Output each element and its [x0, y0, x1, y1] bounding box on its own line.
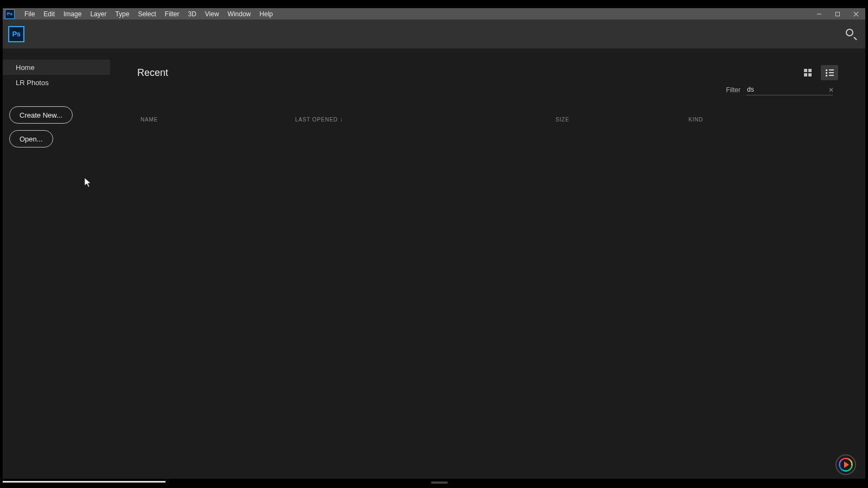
column-last-opened[interactable]: LAST OPENED ↓ [295, 117, 556, 123]
sidebar: Home LR Photos Create New... Open... [3, 49, 110, 479]
taskbar-highlight [3, 481, 165, 483]
column-name[interactable]: NAME [141, 117, 295, 123]
menu-layer[interactable]: Layer [86, 8, 111, 20]
column-size[interactable]: SIZE [556, 117, 688, 123]
menu-3d[interactable]: 3D [183, 8, 200, 20]
open-button[interactable]: Open... [9, 130, 53, 147]
play-icon [844, 461, 849, 468]
media-play-button[interactable] [835, 454, 856, 475]
search-icon[interactable] [846, 29, 857, 40]
sidebar-item-lr-photos[interactable]: LR Photos [3, 75, 110, 90]
sidebar-item-home[interactable]: Home [3, 60, 110, 75]
app-logo-icon: Ps [8, 26, 24, 42]
menu-view[interactable]: View [201, 8, 224, 20]
svg-rect-1 [836, 12, 840, 16]
main-panel: Recent Filter ✕ NAME [110, 49, 865, 479]
close-button[interactable] [847, 8, 865, 20]
filter-input[interactable] [746, 85, 833, 95]
menu-bar: Ps File Edit Image Layer Type Select Fil… [3, 8, 865, 20]
list-icon [826, 69, 834, 76]
grid-icon [804, 69, 812, 76]
taskbar-center-marker [431, 481, 448, 484]
app-mini-icon: Ps [5, 9, 15, 19]
menu-file[interactable]: File [20, 8, 39, 20]
column-kind[interactable]: KIND [688, 117, 703, 123]
filter-label: Filter [726, 86, 741, 94]
menu-select[interactable]: Select [133, 8, 160, 20]
menu-filter[interactable]: Filter [161, 8, 184, 20]
menu-window[interactable]: Window [224, 8, 256, 20]
create-new-button[interactable]: Create New... [9, 106, 73, 124]
menu-edit[interactable]: Edit [39, 8, 59, 20]
view-list-button[interactable] [821, 65, 838, 80]
maximize-button[interactable] [828, 8, 847, 20]
menu-image[interactable]: Image [59, 8, 86, 20]
recent-table-header: NAME LAST OPENED ↓ SIZE KIND [137, 117, 838, 123]
app-header: Ps [3, 20, 865, 49]
minimize-button[interactable] [810, 8, 828, 20]
page-title: Recent [137, 67, 838, 79]
sort-descending-icon: ↓ [340, 117, 343, 123]
menu-type[interactable]: Type [111, 8, 133, 20]
menu-help[interactable]: Help [255, 8, 277, 20]
view-grid-button[interactable] [799, 65, 816, 80]
